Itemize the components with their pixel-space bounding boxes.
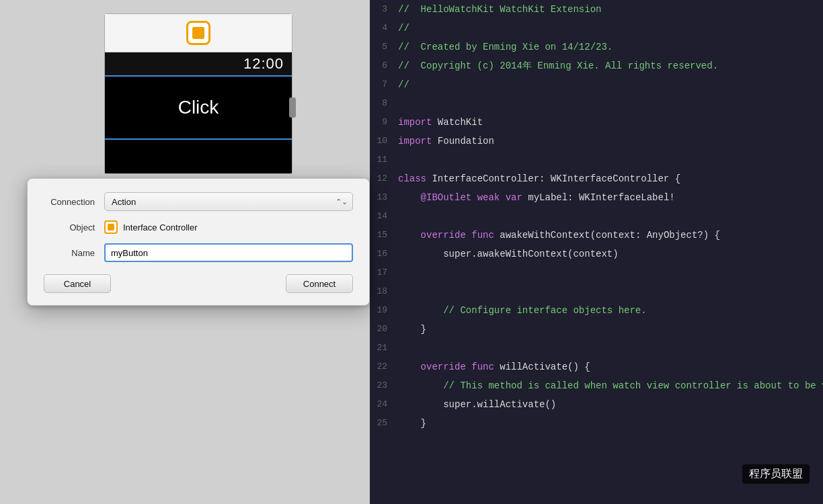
line-content: //	[398, 19, 823, 38]
code-line: 11	[370, 151, 823, 169]
code-line: 23 // This method is called when watch v…	[370, 376, 823, 395]
line-number: 13	[370, 188, 398, 207]
line-content: // This method is called when watch view…	[398, 376, 823, 395]
code-line: 13 @IBOutlet weak var myLabel: WKInterfa…	[370, 188, 823, 207]
line-content	[398, 207, 823, 226]
line-content: class InterfaceController: WKInterfaceCo…	[398, 169, 823, 188]
line-content: override func willActivate() {	[398, 358, 823, 376]
connect-button[interactable]: Connect	[286, 274, 353, 293]
line-number: 7	[370, 75, 398, 94]
line-number: 6	[370, 56, 398, 75]
line-number: 5	[370, 38, 398, 56]
resize-handle[interactable]	[289, 97, 296, 118]
name-input[interactable]	[104, 243, 353, 262]
line-number: 22	[370, 358, 398, 376]
line-number: 19	[370, 301, 398, 320]
name-row: Name	[44, 243, 353, 262]
line-content: // HelloWatchKit WatchKit Extension	[398, 0, 823, 19]
object-value-row: Interface Controller	[104, 220, 198, 234]
line-number: 12	[370, 169, 398, 188]
object-label: Object	[44, 222, 104, 233]
line-number: 11	[370, 151, 398, 169]
code-editor[interactable]: 3// HelloWatchKit WatchKit Extension4//5…	[370, 0, 823, 504]
cancel-button[interactable]: Cancel	[44, 274, 111, 293]
code-line: 19 // Configure interface objects here.	[370, 301, 823, 320]
code-line: 4//	[370, 19, 823, 38]
line-content: super.willActivate()	[398, 395, 823, 414]
line-content: super.awakeWithContext(context)	[398, 245, 823, 263]
line-content: import WatchKit	[398, 113, 823, 132]
watch-header	[105, 14, 292, 52]
line-content: // Copyright (c) 2014年 Enming Xie. All r…	[398, 56, 823, 75]
line-number: 3	[370, 0, 398, 19]
line-number: 10	[370, 132, 398, 151]
code-line: 14	[370, 207, 823, 226]
object-chip-icon	[104, 220, 118, 234]
code-line: 6// Copyright (c) 2014年 Enming Xie. All …	[370, 56, 823, 75]
line-content: //	[398, 75, 823, 94]
code-line: 10import Foundation	[370, 132, 823, 151]
line-number: 23	[370, 376, 398, 395]
code-line: 25 }	[370, 414, 823, 433]
line-content	[398, 282, 823, 301]
line-number: 25	[370, 414, 398, 433]
watermark: 程序员联盟	[742, 464, 810, 484]
code-line: 12class InterfaceController: WKInterface…	[370, 169, 823, 188]
code-line: 9import WatchKit	[370, 113, 823, 132]
object-chip-inner	[108, 224, 114, 230]
connection-dialog: Connection Action Outlet ⌃⌄ Object Inter…	[27, 178, 370, 306]
line-content: import Foundation	[398, 132, 823, 151]
line-number: 15	[370, 226, 398, 245]
name-label: Name	[44, 248, 104, 258]
connection-label: Connection	[44, 197, 104, 207]
line-content: @IBOutlet weak var myLabel: WKInterfaceL…	[398, 188, 823, 207]
line-number: 18	[370, 282, 398, 301]
code-line: 22 override func willActivate() {	[370, 358, 823, 376]
connection-select-wrapper: Action Outlet ⌃⌄	[104, 192, 353, 211]
line-content	[398, 263, 823, 282]
code-line: 24 super.willActivate()	[370, 395, 823, 414]
line-content: }	[398, 414, 823, 433]
line-number: 21	[370, 339, 398, 358]
line-number: 16	[370, 245, 398, 263]
chip-inner	[192, 27, 204, 39]
line-content	[398, 339, 823, 358]
watch-time: 12:00	[105, 52, 292, 75]
line-content	[398, 151, 823, 169]
line-content: override func awakeWithContext(context: …	[398, 226, 823, 245]
code-line: 7//	[370, 75, 823, 94]
code-line: 15 override func awakeWithContext(contex…	[370, 226, 823, 245]
chip-icon	[186, 21, 210, 45]
code-editor-panel: 3// HelloWatchKit WatchKit Extension4//5…	[370, 0, 823, 504]
line-number: 20	[370, 320, 398, 339]
code-line: 5// Created by Enming Xie on 14/12/23.	[370, 38, 823, 56]
line-number: 8	[370, 94, 398, 113]
line-number: 14	[370, 207, 398, 226]
line-number: 4	[370, 19, 398, 38]
watch-bottom	[105, 140, 292, 173]
watch-button-area[interactable]: Click	[105, 75, 292, 140]
line-content: }	[398, 320, 823, 339]
dialog-buttons: Cancel Connect	[44, 274, 353, 293]
line-content: // Configure interface objects here.	[398, 301, 823, 320]
code-line: 18	[370, 282, 823, 301]
code-line: 17	[370, 263, 823, 282]
watch-simulator: 12:00 Click	[104, 13, 292, 174]
code-line: 3// HelloWatchKit WatchKit Extension	[370, 0, 823, 19]
line-number: 9	[370, 113, 398, 132]
watch-button-label: Click	[178, 97, 219, 118]
watch-screen: 12:00 Click	[105, 52, 292, 173]
object-row: Object Interface Controller	[44, 220, 353, 234]
line-number: 24	[370, 395, 398, 414]
line-number: 17	[370, 263, 398, 282]
code-line: 21	[370, 339, 823, 358]
connection-row: Connection Action Outlet ⌃⌄	[44, 192, 353, 211]
code-line: 20 }	[370, 320, 823, 339]
left-panel: 12:00 Click Connection Action Outlet ⌃⌄ …	[0, 0, 370, 504]
code-line: 16 super.awakeWithContext(context)	[370, 245, 823, 263]
connection-select[interactable]: Action Outlet	[104, 192, 353, 211]
line-content: // Created by Enming Xie on 14/12/23.	[398, 38, 823, 56]
code-line: 8	[370, 94, 823, 113]
line-content	[398, 94, 823, 113]
object-value-text: Interface Controller	[123, 222, 198, 233]
